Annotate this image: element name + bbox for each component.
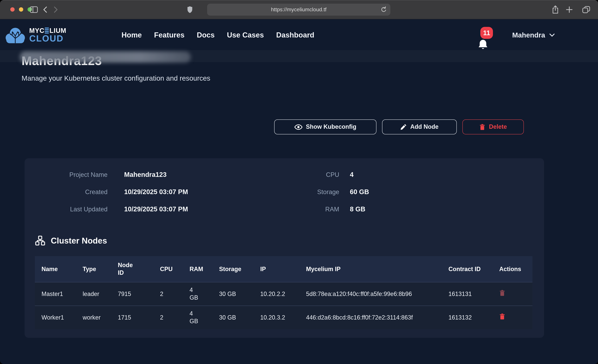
storage-value: 60 GB (350, 188, 449, 196)
brand-logo[interactable]: MYC LIUM CLOUD (5, 19, 66, 51)
nav-link-use-cases[interactable]: Use Cases (227, 31, 264, 40)
cluster-info-left: Project Name Mahendra123 Created 10/29/2… (58, 171, 264, 213)
wordmark-prefix: MYC (29, 27, 44, 34)
trash-icon (479, 124, 485, 130)
forward-icon[interactable] (53, 6, 58, 13)
col-node-id: Node ID (111, 258, 153, 280)
table-row: Master1 leader 7915 2 4 GB 30 GB 10.20.2… (35, 282, 532, 306)
table-row: Worker1 worker 1715 2 4 GB 30 GB 10.20.3… (35, 306, 532, 329)
nav-link-home[interactable]: Home (122, 31, 142, 40)
ram-label: RAM (290, 205, 339, 213)
window-controls (10, 7, 32, 12)
delete-node-icon[interactable] (499, 313, 505, 320)
node-type: leader (76, 287, 111, 301)
site-navbar: MYC LIUM CLOUD Home Features Docs Use Ca… (0, 19, 598, 51)
node-ip: 10.20.3.2 (254, 310, 299, 325)
sidebar-toggle-icon[interactable] (30, 6, 38, 13)
nav-links: Home Features Docs Use Cases Dashboard (122, 19, 314, 51)
node-id: 7915 (111, 287, 153, 301)
url-text: https://myceliumcloud.tf (271, 7, 326, 13)
back-icon[interactable] (43, 6, 48, 13)
navbar-blur-artifact (20, 51, 191, 63)
cluster-nodes-title: Cluster Nodes (51, 236, 107, 245)
col-mycelium-ip: Mycelium IP (299, 262, 442, 276)
node-mycelium-ip: 446:d2a6:8bcd:8c16:ff0f:72e2:3114:863f (299, 310, 442, 325)
node-storage: 30 GB (212, 287, 254, 301)
nav-link-dashboard[interactable]: Dashboard (276, 31, 314, 40)
delete-label: Delete (489, 124, 507, 130)
user-menu[interactable]: Mahendra (512, 19, 555, 51)
node-id: 1715 (111, 310, 153, 325)
col-ram: RAM (183, 262, 212, 276)
notification-count-badge: 11 (480, 27, 493, 39)
wordmark-suffix: LIUM (50, 27, 66, 34)
created-value: 10/29/2025 03:07 PM (124, 188, 264, 196)
cluster-nodes-heading: Cluster Nodes (35, 236, 107, 246)
col-type: Type (76, 262, 111, 276)
brand-wordmark: MYC LIUM CLOUD (29, 27, 66, 43)
node-ram: 4 GB (183, 283, 212, 305)
delete-cluster-button[interactable]: Delete (462, 119, 524, 134)
col-contract-id: Contract ID (442, 262, 493, 276)
chevron-down-icon (549, 33, 555, 37)
ram-value: 8 GB (350, 205, 449, 213)
add-node-label: Add Node (410, 124, 439, 130)
node-contract-id: 1613131 (442, 287, 493, 301)
storage-label: Storage (290, 188, 339, 196)
node-name: Worker1 (35, 310, 76, 325)
privacy-shield-icon[interactable] (187, 6, 192, 13)
mycelium-cloud-logo-icon (5, 26, 25, 44)
nav-link-features[interactable]: Features (154, 31, 184, 40)
node-cpu: 2 (153, 287, 183, 301)
nav-link-docs[interactable]: Docs (197, 31, 215, 40)
col-name: Name (35, 262, 76, 276)
delete-node-icon[interactable] (499, 290, 505, 296)
address-bar[interactable]: https://myceliumcloud.tf (207, 4, 390, 16)
notifications-button[interactable]: 11 (477, 26, 495, 51)
tab-overview-icon[interactable] (582, 6, 590, 13)
col-storage: Storage (212, 262, 254, 276)
node-ram: 4 GB (183, 306, 212, 329)
browser-window: https://myceliumcloud.tf (0, 0, 598, 364)
wordmark-cloud: CLOUD (29, 34, 66, 43)
table-header-row: Name Type Node ID CPU RAM Storage IP Myc… (35, 256, 532, 282)
pencil-icon (400, 124, 407, 130)
col-ip: IP (254, 262, 299, 276)
node-ip: 10.20.2.2 (254, 287, 299, 301)
network-nodes-icon (35, 236, 45, 246)
last-updated-value: 10/29/2025 03:07 PM (124, 205, 264, 213)
cluster-nodes-table: Name Type Node ID CPU RAM Storage IP Myc… (35, 256, 532, 329)
eye-icon (294, 124, 302, 130)
node-mycelium-ip: 5d8:78ea:a120:f40c:ff0f:a5fe:99e6:8b96 (299, 287, 442, 301)
show-kubeconfig-label: Show Kubeconfig (306, 124, 356, 130)
project-name-value: Mahendra123 (124, 171, 264, 179)
bell-icon (478, 39, 488, 50)
node-name: Master1 (35, 287, 76, 301)
created-label: Created (58, 188, 108, 196)
col-cpu: CPU (153, 262, 183, 276)
cluster-info-right: CPU 4 Storage 60 GB RAM 8 GB (290, 171, 449, 213)
browser-chrome: https://myceliumcloud.tf (0, 0, 598, 19)
last-updated-label: Last Updated (58, 205, 108, 213)
add-node-button[interactable]: Add Node (382, 119, 457, 134)
node-type: worker (76, 310, 111, 325)
project-name-label: Project Name (58, 171, 108, 179)
show-kubeconfig-button[interactable]: Show Kubeconfig (274, 119, 376, 134)
col-actions: Actions (493, 262, 532, 276)
logo-e-bars-icon (45, 27, 49, 34)
cpu-label: CPU (290, 171, 339, 179)
page-subtitle: Manage your Kubernetes cluster configura… (22, 74, 210, 82)
close-window-button[interactable] (10, 7, 15, 12)
node-cpu: 2 (153, 310, 183, 325)
minimize-window-button[interactable] (19, 7, 23, 12)
node-contract-id: 1613132 (442, 310, 493, 325)
cluster-info-card: Project Name Mahendra123 Created 10/29/2… (25, 158, 544, 338)
user-name: Mahendra (512, 31, 545, 39)
cpu-value: 4 (350, 171, 449, 179)
reload-icon[interactable] (381, 6, 387, 13)
node-storage: 30 GB (212, 310, 254, 325)
new-tab-icon[interactable] (566, 6, 573, 13)
share-icon[interactable] (552, 5, 559, 14)
